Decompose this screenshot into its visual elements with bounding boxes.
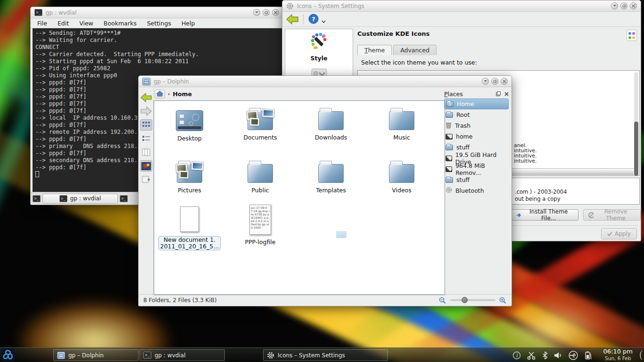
chevron-down-icon[interactable] xyxy=(322,20,326,23)
task-button-gp-dolphin[interactable]: gp – Dolphin xyxy=(53,349,139,361)
folder-icon xyxy=(318,164,344,183)
volume-icon[interactable] xyxy=(554,352,562,359)
preview-toggle-button[interactable] xyxy=(140,160,152,172)
file-item-public[interactable]: Public xyxy=(229,159,292,194)
folder-view[interactable]: DesktopDocumentsDownloadsMusicPicturesPu… xyxy=(154,100,445,295)
text-file-preview-icon: Jan 17 09:4 7:18 gp-Asp ire-5738 pp pd[1… xyxy=(249,205,271,235)
details-view-icon xyxy=(142,135,150,142)
terminal-tab[interactable]: >_ gp : wvdial xyxy=(42,194,118,204)
close-button[interactable] xyxy=(630,2,637,9)
maximize-button[interactable] xyxy=(263,9,270,16)
apply-button[interactable]: Apply xyxy=(601,228,637,239)
menu-item-file[interactable]: File xyxy=(37,20,47,27)
settings-heading: Customize KDE Icons xyxy=(357,30,429,37)
scrollbar-thumb[interactable] xyxy=(634,122,638,176)
menu-item-bookmarks[interactable]: Bookmarks xyxy=(104,20,137,27)
file-item-templates[interactable]: Templates xyxy=(299,159,363,194)
task-label: gp : wvdial xyxy=(155,352,185,359)
file-item-downloads[interactable]: Downloads xyxy=(299,107,363,141)
theme-list-scrollbar[interactable] xyxy=(634,72,638,174)
file-item-music[interactable]: Music xyxy=(370,107,433,141)
place-label: Home xyxy=(457,100,474,107)
zoom-out-icon[interactable] xyxy=(439,297,446,304)
place-item-trash[interactable]: Trash xyxy=(444,120,509,131)
info-icon[interactable]: i xyxy=(512,351,521,360)
check-icon xyxy=(607,231,612,236)
remove-theme-button[interactable]: Remove Theme xyxy=(583,209,641,221)
place-item-964-8-mib-remov-[interactable]: 964.8 MiB Remov... xyxy=(444,164,509,174)
new-tab-icon[interactable]: >_ xyxy=(120,195,128,202)
file-item-new-document-1-[interactable]: New document 1. 2011_01_20_16_5... xyxy=(158,204,221,250)
tab-label: Theme xyxy=(364,47,385,54)
task-button-gp-wvdial[interactable]: >_gp : wvdial xyxy=(140,349,225,361)
minimize-button[interactable] xyxy=(611,2,618,9)
dolphin-app-icon xyxy=(57,352,65,359)
icons-view-button[interactable] xyxy=(140,119,152,131)
apply-row: Apply xyxy=(601,228,637,239)
breadcrumb-home-button[interactable] xyxy=(155,90,165,99)
breadcrumb-home[interactable]: Home xyxy=(173,90,192,98)
app-launcher-icon[interactable] xyxy=(1,348,15,362)
details-view-button[interactable] xyxy=(140,133,152,144)
menu-item-view[interactable]: View xyxy=(79,20,93,27)
dolphin-titlebar[interactable]: gp – Dolphin xyxy=(139,76,512,87)
place-item-bluetooth[interactable]: Bluetooth xyxy=(444,185,509,196)
split-view-button[interactable] xyxy=(140,174,152,185)
terminal-titlebar[interactable]: >_ gp : wvdial xyxy=(31,7,283,18)
menu-item-settings[interactable]: Settings xyxy=(147,20,171,27)
hard-drive-icon xyxy=(446,156,452,161)
close-panel-icon[interactable] xyxy=(504,92,509,96)
clock-time: 06:10 pm xyxy=(603,348,633,355)
folder-with-previews-icon xyxy=(248,111,273,130)
file-item-ppp-logfile[interactable]: Jan 17 09:4 7:18 gp-Asp ire-5738 pp pd[1… xyxy=(229,204,292,246)
place-label: stuff xyxy=(456,176,470,183)
zoom-slider-handle[interactable] xyxy=(462,297,468,303)
battery-icon[interactable] xyxy=(584,351,592,360)
file-item-label: Templates xyxy=(316,187,346,194)
task-button-icons-system-settings[interactable]: Icons – System Settings xyxy=(263,349,388,361)
tab-advanced[interactable]: Advanced xyxy=(393,45,437,55)
close-button[interactable] xyxy=(501,78,508,85)
float-panel-icon[interactable] xyxy=(496,91,501,96)
menu-item-help[interactable]: Help xyxy=(182,20,195,27)
zoom-in-icon[interactable] xyxy=(499,297,507,304)
file-item-documents[interactable]: Documents xyxy=(229,107,292,141)
columns-view-button[interactable] xyxy=(140,147,152,158)
file-item-desktop[interactable]: Desktop xyxy=(158,107,221,142)
forward-button[interactable] xyxy=(140,106,152,117)
sidebar-item-style[interactable]: Style xyxy=(311,55,328,62)
places-panel: Places ⌂HomeRootTrashhomestuff19.5 GiB H… xyxy=(444,89,509,294)
style-icon[interactable] xyxy=(309,32,330,53)
menu-item-edit[interactable]: Edit xyxy=(58,20,69,27)
file-item-videos[interactable]: Videos xyxy=(370,159,433,194)
device-notifier-usb-icon[interactable] xyxy=(569,351,578,360)
back-arrow-icon[interactable] xyxy=(286,14,298,25)
terminal-line: --> Waiting for carrier. xyxy=(35,37,280,44)
place-item-home[interactable]: ⌂Home xyxy=(444,99,509,109)
settings-titlebar[interactable]: Icons – System Settings xyxy=(282,0,641,12)
place-item-home[interactable]: home xyxy=(444,131,509,142)
place-item-root[interactable]: Root xyxy=(444,109,509,120)
panel-cashew-icon[interactable] xyxy=(634,349,644,362)
install-theme-button[interactable]: Install Theme File... xyxy=(511,209,578,221)
help-icon[interactable]: ? xyxy=(308,14,320,25)
back-button[interactable] xyxy=(140,92,152,103)
minimize-button[interactable] xyxy=(253,9,260,16)
file-item-pictures[interactable]: Pictures xyxy=(158,159,221,194)
zoom-slider[interactable] xyxy=(450,299,495,301)
tab-theme[interactable]: Theme xyxy=(357,45,392,55)
minimize-button[interactable] xyxy=(482,78,489,85)
maximize-button[interactable] xyxy=(620,2,627,9)
back-arrow-icon xyxy=(140,93,152,102)
maximize-button[interactable] xyxy=(491,78,498,85)
klipper-scissors-icon[interactable] xyxy=(527,351,536,360)
gear-icon xyxy=(286,2,294,10)
place-label: stuff xyxy=(456,144,470,151)
place-label: 964.8 MiB Remov... xyxy=(455,162,509,176)
bluetooth-icon[interactable] xyxy=(542,351,548,360)
clock[interactable]: 06:10 pm Sun, 6 Feb xyxy=(603,348,633,362)
color-dot xyxy=(628,36,631,39)
close-button[interactable] xyxy=(272,9,279,16)
detach-tab-icon[interactable]: >_ xyxy=(33,195,41,202)
terminal-app-icon: >_ xyxy=(34,9,42,16)
